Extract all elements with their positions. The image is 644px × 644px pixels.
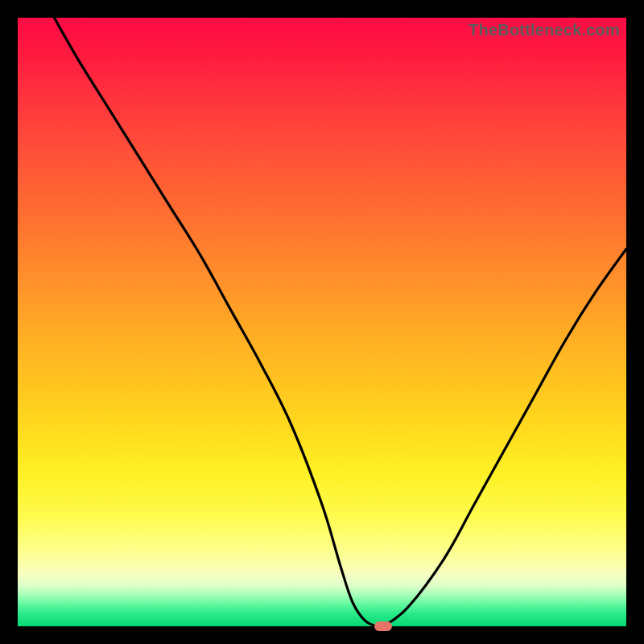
minimum-marker (374, 621, 392, 631)
plot-area: TheBottleneck.com (18, 18, 626, 626)
bottleneck-curve (18, 18, 626, 626)
chart-frame: TheBottleneck.com (0, 0, 644, 644)
